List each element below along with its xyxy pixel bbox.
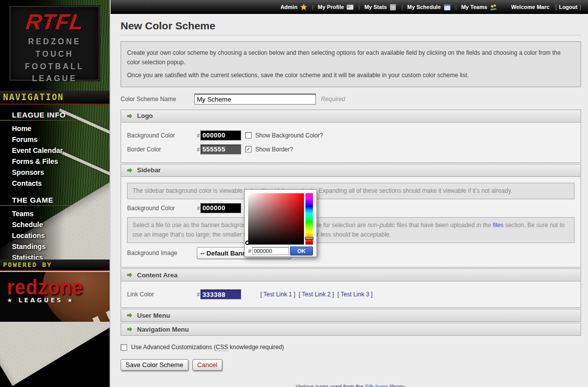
logout-link[interactable]: [ Logout ] bbox=[556, 4, 581, 10]
green-arrow-icon bbox=[126, 113, 133, 120]
menu-separator: | bbox=[358, 4, 360, 10]
intro-paragraph: Once you are satisfied with the current … bbox=[127, 71, 575, 80]
test-link-1[interactable]: [ Test Link 1 ] bbox=[260, 291, 295, 298]
league-logo-line: TOUCH bbox=[35, 48, 74, 61]
note-emphasis: non-public bbox=[367, 222, 395, 229]
picker-hex-input[interactable] bbox=[252, 247, 289, 255]
picker-cursor[interactable] bbox=[245, 241, 250, 245]
hash-prefix: # bbox=[197, 146, 200, 152]
hash-prefix: # bbox=[197, 132, 200, 138]
hash-prefix: # bbox=[197, 205, 200, 211]
section-title: User Menu bbox=[137, 312, 170, 319]
action-buttons: Save Color Scheme Cancel bbox=[121, 359, 581, 371]
cancel-button[interactable]: Cancel bbox=[192, 359, 222, 371]
group-icon bbox=[490, 3, 497, 11]
star-icon bbox=[300, 3, 307, 11]
show-background-color-checkbox[interactable] bbox=[245, 132, 252, 138]
logo-background-color-input[interactable] bbox=[200, 130, 241, 140]
green-arrow-icon bbox=[126, 326, 133, 333]
menu-item-label: My Teams bbox=[461, 4, 487, 10]
checkbox-label: Show Background Color? bbox=[255, 132, 323, 139]
hue-slider[interactable] bbox=[305, 193, 313, 245]
powered-by-banner: POWERED BY bbox=[0, 259, 110, 271]
redzone-leagues-logo[interactable]: redzone ★ LEAGUES ★ bbox=[0, 272, 110, 322]
menu-item-my-teams[interactable]: My Teams bbox=[461, 3, 497, 11]
link-color-input[interactable] bbox=[200, 289, 241, 299]
section-header-sidebar[interactable]: Sidebar bbox=[121, 164, 581, 177]
vcard-icon bbox=[346, 3, 354, 11]
hue-slider-marker[interactable] bbox=[305, 237, 313, 240]
sidebar-item-sponsors[interactable]: Sponsors bbox=[12, 167, 110, 178]
menu-item-my-schedule[interactable]: My Schedule bbox=[407, 3, 450, 11]
sidebar-item-home[interactable]: Home bbox=[12, 123, 110, 134]
logo-border-color-input[interactable] bbox=[200, 144, 241, 154]
picker-controls: # OK bbox=[248, 247, 313, 256]
field-row: Background Color # Show Background Color… bbox=[127, 130, 575, 140]
redzone-title: redzone bbox=[7, 277, 83, 297]
field-row: Link Color # [ Test Link 1 ] [ Test Link… bbox=[127, 289, 575, 299]
section-title: Sidebar bbox=[137, 166, 161, 174]
page-title: New Color Scheme bbox=[121, 20, 581, 32]
section-title: Content Area bbox=[137, 271, 177, 279]
save-color-scheme-button[interactable]: Save Color Scheme bbox=[121, 359, 188, 371]
saturation-value-area[interactable] bbox=[248, 193, 304, 245]
green-arrow-icon bbox=[126, 312, 133, 319]
sidebar-item-standings[interactable]: Standings bbox=[12, 241, 110, 252]
test-link-3[interactable]: [ Test Link 3 ] bbox=[337, 291, 372, 298]
advanced-customizations-row: Use Advanced Customizations (CSS knowled… bbox=[121, 344, 581, 351]
section-header-logo[interactable]: Logo bbox=[121, 110, 581, 123]
footer-text: Various icons used from the bbox=[296, 384, 365, 387]
field-label: Border Color bbox=[127, 146, 197, 153]
field-row: Background Image -- Default Banner -- bbox=[127, 247, 575, 259]
note-text: files that have been uploaded in the bbox=[395, 222, 493, 229]
test-link-2[interactable]: [ Test Link 2 ] bbox=[299, 291, 334, 298]
menu-item-label: My Schedule bbox=[407, 4, 441, 10]
league-logo-acronym: RTFL bbox=[24, 11, 85, 33]
league-logo-line: FOOTBALL bbox=[25, 61, 84, 73]
section-content-area: Content Area Link Color # [ Test Link 1 … bbox=[121, 268, 581, 308]
silk-icons-link[interactable]: Silk Icons bbox=[365, 384, 388, 387]
menu-item-label: My Stats bbox=[364, 4, 387, 10]
powered-by-text: POWERED BY bbox=[3, 261, 52, 268]
files-link[interactable]: files bbox=[493, 222, 503, 229]
section-header-user-menu[interactable]: User Menu bbox=[121, 309, 581, 322]
sidebar-item-teams[interactable]: Teams bbox=[12, 208, 110, 219]
menu-item-label: Admin bbox=[281, 4, 297, 10]
league-logo-line: REDZONE bbox=[28, 36, 81, 48]
sidebar-background-color-input[interactable] bbox=[200, 203, 241, 213]
field-row: Background Color # bbox=[127, 203, 575, 213]
color-picker-popup: # OK bbox=[244, 189, 317, 257]
menu-item-admin[interactable]: Admin bbox=[281, 3, 307, 11]
sidebar-item-locations[interactable]: Locations bbox=[12, 230, 110, 241]
sidebar-item-forums[interactable]: Forums bbox=[12, 134, 110, 145]
menu-separator: | bbox=[312, 4, 313, 10]
checkbox-label: Show Border? bbox=[255, 146, 293, 153]
green-arrow-icon bbox=[126, 271, 133, 278]
advanced-label-post: knowledge required) bbox=[228, 344, 284, 351]
section-body-logo: Background Color # Show Background Color… bbox=[121, 123, 581, 163]
page: RTFL REDZONE TOUCH FOOTBALL LEAGUE NAVIG… bbox=[0, 0, 588, 387]
sidebar-note: The sidebar background color is viewable… bbox=[127, 183, 575, 199]
sidebar-item-forms-files[interactable]: Forms & Files bbox=[12, 156, 110, 167]
css-abbr: CSS bbox=[216, 344, 228, 351]
picker-ok-button[interactable]: OK bbox=[290, 247, 313, 256]
note-text: The sidebar background color is viewable… bbox=[133, 187, 512, 194]
sidebar-nav: LEAGUE INFO Home Forums Event Calendar F… bbox=[0, 106, 110, 263]
section-header-navigation-menu[interactable]: Navigation Menu bbox=[121, 323, 581, 336]
sidebar-item-contacts[interactable]: Contacts bbox=[12, 178, 110, 189]
redzone-logo-text: redzone ★ LEAGUES ★ bbox=[7, 277, 83, 304]
intro-paragraph: Create your own color scheme by choosing… bbox=[127, 48, 575, 67]
show-border-checkbox[interactable] bbox=[245, 146, 252, 152]
scheme-name-input[interactable] bbox=[194, 94, 316, 105]
league-logo[interactable]: RTFL REDZONE TOUCH FOOTBALL LEAGUE bbox=[9, 6, 100, 81]
calendar-icon bbox=[443, 3, 451, 11]
advanced-customizations-checkbox[interactable] bbox=[121, 344, 127, 351]
sidebar-item-schedule[interactable]: Schedule bbox=[12, 219, 110, 230]
menu-item-my-stats[interactable]: My Stats bbox=[364, 3, 397, 11]
section-header-content-area[interactable]: Content Area bbox=[121, 268, 581, 281]
sidebar-item-event-calendar[interactable]: Event Calendar bbox=[12, 145, 110, 156]
menu-item-my-profile[interactable]: My Profile bbox=[318, 3, 354, 11]
section-user-menu: User Menu bbox=[121, 309, 581, 322]
nav-gap bbox=[12, 189, 110, 196]
banner-image-note: Select a file to use as the banner backg… bbox=[127, 217, 575, 243]
